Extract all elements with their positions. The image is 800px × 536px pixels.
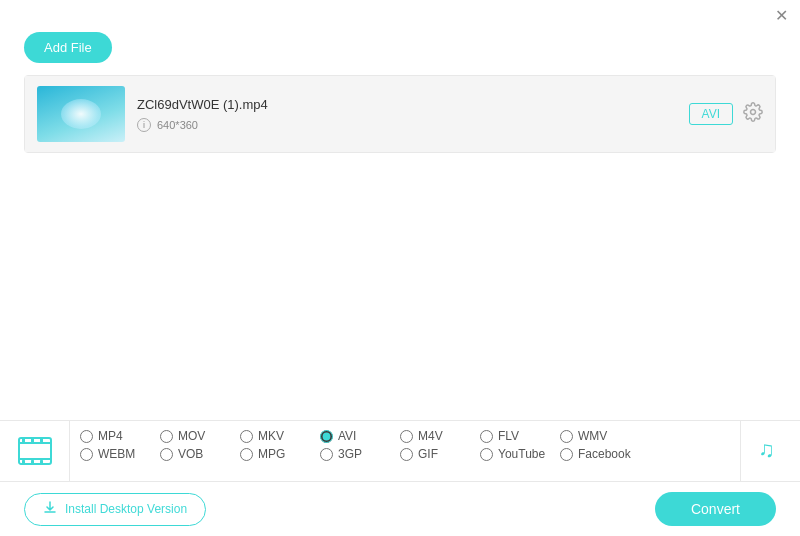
convert-button[interactable]: Convert	[655, 492, 776, 526]
format-label-m4v: M4V	[418, 429, 443, 443]
file-meta: i 640*360	[137, 118, 677, 132]
file-info: ZCl69dVtW0E (1).mp4 i 640*360	[125, 97, 689, 132]
music-icon: ♫	[756, 433, 786, 469]
format-option-facebook[interactable]: Facebook	[560, 447, 640, 461]
format-option-3gp[interactable]: 3GP	[320, 447, 400, 461]
svg-text:♫: ♫	[758, 437, 775, 462]
format-panel: MP4 MOV MKV AVI M4V	[0, 421, 800, 482]
format-label-avi: AVI	[338, 429, 356, 443]
format-label-webm: WEBM	[98, 447, 135, 461]
svg-rect-9	[40, 460, 43, 464]
radio-mp4[interactable]	[80, 430, 93, 443]
radio-mov[interactable]	[160, 430, 173, 443]
format-label-mpg: MPG	[258, 447, 285, 461]
radio-avi[interactable]	[320, 430, 333, 443]
radio-flv[interactable]	[480, 430, 493, 443]
settings-icon[interactable]	[743, 102, 763, 127]
svg-rect-4	[22, 438, 25, 442]
format-label-mkv: MKV	[258, 429, 284, 443]
format-label-mp4: MP4	[98, 429, 123, 443]
bottom-panel: MP4 MOV MKV AVI M4V	[0, 420, 800, 536]
format-option-wmv[interactable]: WMV	[560, 429, 640, 443]
format-option-vob[interactable]: VOB	[160, 447, 240, 461]
title-bar: ✕	[0, 0, 800, 28]
format-option-m4v[interactable]: M4V	[400, 429, 480, 443]
radio-vob[interactable]	[160, 448, 173, 461]
audio-format-icon-area[interactable]: ♫	[740, 421, 800, 481]
format-label-wmv: WMV	[578, 429, 607, 443]
action-bar: Install Desktop Version Convert	[0, 482, 800, 536]
file-name: ZCl69dVtW0E (1).mp4	[137, 97, 677, 112]
download-icon	[43, 501, 57, 518]
svg-rect-3	[19, 458, 51, 460]
radio-webm[interactable]	[80, 448, 93, 461]
format-label-mov: MOV	[178, 429, 205, 443]
close-button[interactable]: ✕	[775, 8, 788, 24]
radio-wmv[interactable]	[560, 430, 573, 443]
file-resolution: 640*360	[157, 119, 198, 131]
format-label-vob: VOB	[178, 447, 203, 461]
file-actions: AVI	[689, 102, 763, 127]
format-option-gif[interactable]: GIF	[400, 447, 480, 461]
format-option-youtube[interactable]: YouTube	[480, 447, 560, 461]
format-option-flv[interactable]: FLV	[480, 429, 560, 443]
radio-gif[interactable]	[400, 448, 413, 461]
format-option-avi[interactable]: AVI	[320, 429, 400, 443]
file-item: ZCl69dVtW0E (1).mp4 i 640*360 AVI	[25, 76, 775, 152]
radio-youtube[interactable]	[480, 448, 493, 461]
svg-rect-7	[22, 460, 25, 464]
radio-3gp[interactable]	[320, 448, 333, 461]
format-option-mkv[interactable]: MKV	[240, 429, 320, 443]
file-thumbnail	[37, 86, 125, 142]
film-icon	[17, 433, 53, 469]
format-option-webm[interactable]: WEBM	[80, 447, 160, 461]
svg-rect-2	[19, 442, 51, 444]
format-badge[interactable]: AVI	[689, 103, 733, 125]
video-format-icon-area	[0, 421, 70, 481]
add-file-button[interactable]: Add File	[24, 32, 112, 63]
install-desktop-button[interactable]: Install Desktop Version	[24, 493, 206, 526]
radio-m4v[interactable]	[400, 430, 413, 443]
format-label-youtube: YouTube	[498, 447, 545, 461]
format-label-flv: FLV	[498, 429, 519, 443]
svg-rect-5	[31, 438, 34, 442]
info-icon[interactable]: i	[137, 118, 151, 132]
svg-rect-6	[40, 438, 43, 442]
svg-rect-8	[31, 460, 34, 464]
format-option-mov[interactable]: MOV	[160, 429, 240, 443]
radio-facebook[interactable]	[560, 448, 573, 461]
svg-point-0	[751, 109, 756, 114]
format-label-facebook: Facebook	[578, 447, 631, 461]
file-list: ZCl69dVtW0E (1).mp4 i 640*360 AVI	[24, 75, 776, 153]
format-option-mp4[interactable]: MP4	[80, 429, 160, 443]
radio-mpg[interactable]	[240, 448, 253, 461]
install-label: Install Desktop Version	[65, 502, 187, 516]
format-label-gif: GIF	[418, 447, 438, 461]
format-label-3gp: 3GP	[338, 447, 362, 461]
radio-mkv[interactable]	[240, 430, 253, 443]
format-option-mpg[interactable]: MPG	[240, 447, 320, 461]
